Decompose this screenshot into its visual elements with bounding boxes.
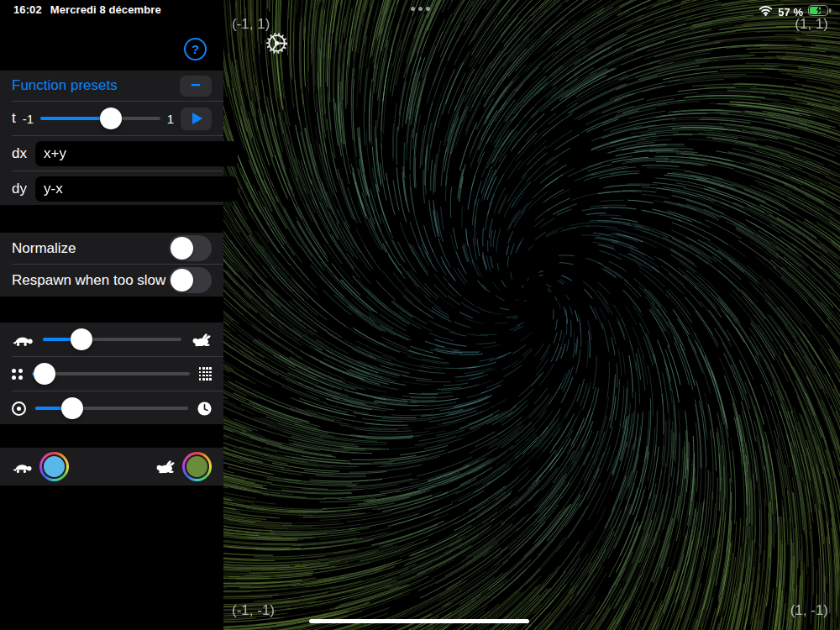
flow-field-area[interactable]: (-1, 1) (1, 1) (-1, -1) (1, -1)	[223, 0, 840, 630]
respawn-toggle[interactable]	[169, 267, 212, 293]
dy-input[interactable]	[35, 176, 238, 202]
sliders-card	[0, 323, 223, 424]
minus-icon: −	[191, 76, 201, 93]
status-bar-right: 57 %	[759, 4, 832, 19]
normalize-label: Normalize	[12, 240, 76, 257]
corner-label-bottom-right: (1, -1)	[790, 602, 828, 619]
settings-gear-icon[interactable]	[265, 31, 289, 59]
slow-color-picker[interactable]	[39, 452, 69, 481]
dx-label: dx	[12, 145, 27, 162]
flow-field-canvas[interactable]	[223, 0, 840, 630]
t-min-label: -1	[23, 112, 34, 126]
clock-time: 16:02	[13, 3, 42, 16]
function-presets-link[interactable]: Function presets	[12, 77, 118, 94]
dy-label: dy	[12, 181, 27, 197]
corner-label-bottom-left: (-1, -1)	[232, 602, 275, 619]
speed-slider[interactable]	[43, 328, 181, 350]
collapse-button[interactable]: −	[180, 76, 212, 97]
slider-track[interactable]	[35, 407, 188, 410]
clock-icon	[197, 402, 212, 416]
status-date: Mercredi 8 décembre	[50, 3, 161, 16]
battery-charging-icon	[808, 4, 832, 19]
toggle-knob	[171, 269, 193, 291]
particle-density-slider[interactable]	[32, 363, 190, 385]
wifi-icon	[759, 4, 773, 19]
hare-icon	[191, 333, 212, 347]
ring-dot-icon	[12, 402, 26, 416]
turtle-icon	[12, 460, 33, 474]
fast-color-swatch	[186, 456, 207, 477]
trail-length-slider[interactable]	[35, 397, 188, 419]
t-slider-track[interactable]	[40, 117, 160, 120]
t-slider-thumb[interactable]	[100, 108, 122, 129]
corner-label-top-left: (-1, 1)	[232, 16, 270, 33]
function-presets-card: Function presets − t -1 1 dx	[0, 71, 223, 205]
t-max-label: 1	[167, 112, 174, 126]
slider-thumb[interactable]	[34, 363, 55, 385]
slider-thumb[interactable]	[61, 397, 83, 419]
t-slider[interactable]	[40, 108, 160, 129]
play-icon	[192, 113, 202, 124]
toggles-card: Normalize Respawn when too slow	[0, 233, 223, 297]
dots-dense-icon	[199, 367, 212, 380]
t-label: t	[12, 110, 16, 127]
normalize-toggle[interactable]	[169, 235, 212, 261]
toggle-knob	[171, 237, 193, 260]
battery-percent: 57 %	[778, 6, 803, 18]
control-sidebar: 16:02 Mercredi 8 décembre ? Function pre…	[0, 0, 223, 630]
slow-color-swatch	[44, 456, 65, 477]
turtle-icon	[12, 333, 34, 347]
dots-sparse-icon	[12, 369, 23, 380]
home-indicator[interactable]	[309, 619, 529, 623]
respawn-label: Respawn when too slow	[12, 272, 165, 289]
status-bar-left: 16:02 Mercredi 8 décembre	[13, 3, 161, 16]
fast-color-picker[interactable]	[182, 452, 212, 481]
dx-input[interactable]	[35, 141, 238, 166]
hare-icon	[155, 459, 176, 474]
play-button[interactable]	[181, 108, 212, 130]
slider-track[interactable]	[43, 338, 181, 341]
slider-thumb[interactable]	[71, 328, 92, 350]
colors-card	[0, 448, 223, 486]
help-button[interactable]: ?	[184, 38, 207, 60]
help-label: ?	[192, 42, 199, 56]
slider-track[interactable]	[32, 372, 190, 375]
